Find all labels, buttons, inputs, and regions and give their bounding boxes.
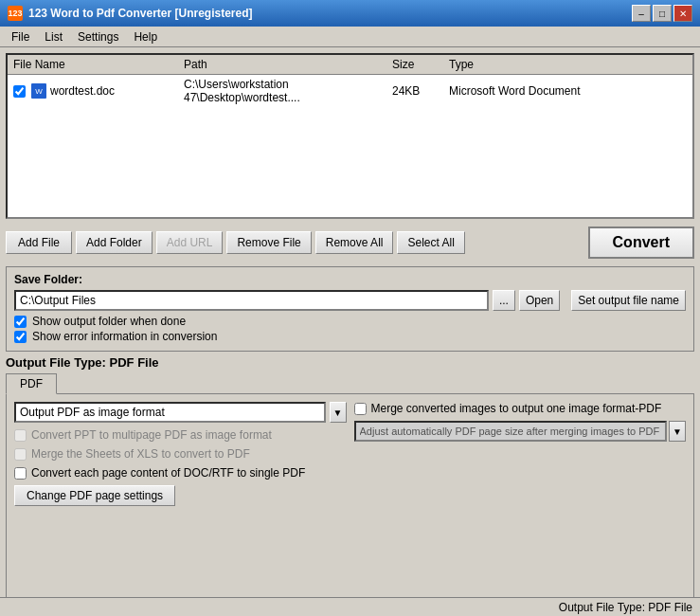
set-output-button[interactable]: Set output file name <box>571 290 686 311</box>
output-format-dropdown-arrow[interactable]: ▼ <box>330 402 347 423</box>
status-bar: Output File Type: PDF File <box>0 597 700 616</box>
merge-dropdown-row: ▼ <box>354 421 687 442</box>
merge-images-label: Merge converted images to output one ima… <box>371 402 662 415</box>
show-folder-label: Show output folder when done <box>32 315 186 328</box>
doc-label: Convert each page content of DOC/RTF to … <box>31 466 305 480</box>
tab-content: ▼ Convert PPT to multipage PDF as image … <box>6 394 694 610</box>
app-icon: 123 <box>8 6 23 21</box>
save-path-input[interactable] <box>14 290 489 311</box>
word-file-icon: W <box>31 83 46 99</box>
ppt-label: Convert PPT to multipage PDF as image fo… <box>31 428 272 442</box>
status-text: Output File Type: PDF File <box>559 601 692 614</box>
file-name-cell: W wordtest.doc <box>11 82 182 100</box>
ppt-checkbox <box>14 429 27 442</box>
window-title: 123 Word to Pdf Converter [Unregistered] <box>28 7 252 20</box>
save-folder-section: Save Folder: ... Open Set output file na… <box>6 266 694 352</box>
col-size: Size <box>390 57 447 72</box>
file-list-header: File Name Path Size Type <box>8 55 692 75</box>
menu-list[interactable]: List <box>37 28 70 45</box>
file-type: Microsoft Word Document <box>449 84 581 98</box>
main-content: File Name Path Size Type W wordtest.doc … <box>0 47 700 616</box>
col-path: Path <box>182 57 390 72</box>
merge-images-row: Merge converted images to output one ima… <box>354 402 687 415</box>
show-error-label: Show error information in conversion <box>32 330 217 343</box>
title-bar: 123 123 Word to Pdf Converter [Unregiste… <box>0 0 700 27</box>
convert-button[interactable]: Convert <box>588 226 694 259</box>
col-type: Type <box>447 57 689 72</box>
minimize-button[interactable]: – <box>632 5 651 22</box>
save-folder-row: ... Open Set output file name <box>14 290 686 311</box>
menu-settings[interactable]: Settings <box>70 28 126 45</box>
show-error-checkbox[interactable] <box>14 331 27 343</box>
maximize-button[interactable]: □ <box>653 5 672 22</box>
add-file-button[interactable]: Add File <box>6 231 72 254</box>
file-path-cell: C:\Users\workstation 47\Desktop\wordtest… <box>182 77 390 105</box>
right-panel: Merge converted images to output one ima… <box>354 402 687 602</box>
tab-pdf[interactable]: PDF <box>6 373 57 394</box>
option-xls-row: Merge the Sheets of XLS to convert to PD… <box>14 447 347 461</box>
xls-checkbox <box>14 448 27 461</box>
merge-dropdown-input[interactable] <box>354 421 668 442</box>
menu-help[interactable]: Help <box>126 28 165 45</box>
merge-images-checkbox[interactable] <box>354 403 367 415</box>
col-filename: File Name <box>11 57 182 72</box>
checkbox-show-error-row: Show error information in conversion <box>14 330 686 343</box>
table-row[interactable]: W wordtest.doc C:\Users\workstation 47\D… <box>8 75 692 107</box>
doc-checkbox[interactable] <box>14 467 27 480</box>
left-panel: ▼ Convert PPT to multipage PDF as image … <box>14 402 347 602</box>
tab-bar: PDF <box>6 373 694 394</box>
file-size: 24KB <box>392 84 420 98</box>
menu-file[interactable]: File <box>4 28 37 45</box>
file-list-container: File Name Path Size Type W wordtest.doc … <box>6 53 694 219</box>
toolbar: Add File Add Folder Add URL Remove File … <box>6 223 694 263</box>
remove-all-button[interactable]: Remove All <box>315 231 394 254</box>
output-title: Output File Type: PDF File <box>6 355 694 370</box>
file-path: C:\Users\workstation 47\Desktop\wordtest… <box>184 78 388 104</box>
output-format-input[interactable] <box>14 402 326 423</box>
add-folder-button[interactable]: Add Folder <box>76 231 153 254</box>
show-folder-checkbox[interactable] <box>14 316 27 328</box>
select-all-button[interactable]: Select All <box>397 231 464 254</box>
file-name: wordtest.doc <box>50 84 115 98</box>
checkbox-show-folder-row: Show output folder when done <box>14 315 686 328</box>
browse-button[interactable]: ... <box>493 290 515 311</box>
close-button[interactable]: ✕ <box>673 5 692 22</box>
merge-dropdown-arrow[interactable]: ▼ <box>669 421 686 442</box>
open-button[interactable]: Open <box>519 290 560 311</box>
option-ppt-row: Convert PPT to multipage PDF as image fo… <box>14 428 347 442</box>
change-pdf-settings-button[interactable]: Change PDF page settings <box>14 485 175 506</box>
file-type-cell: Microsoft Word Document <box>447 83 689 99</box>
option-doc-row: Convert each page content of DOC/RTF to … <box>14 466 347 480</box>
output-format-row: ▼ <box>14 402 347 423</box>
add-url-button[interactable]: Add URL <box>156 231 224 254</box>
file-checkbox[interactable] <box>13 85 26 98</box>
menu-bar: File List Settings Help <box>0 27 700 47</box>
output-section: Output File Type: PDF File PDF ▼ Convert… <box>6 355 694 610</box>
remove-file-button[interactable]: Remove File <box>226 231 311 254</box>
save-folder-label: Save Folder: <box>14 273 686 286</box>
window-controls: – □ ✕ <box>632 5 692 22</box>
xls-label: Merge the Sheets of XLS to convert to PD… <box>31 447 250 461</box>
file-size-cell: 24KB <box>390 83 447 99</box>
